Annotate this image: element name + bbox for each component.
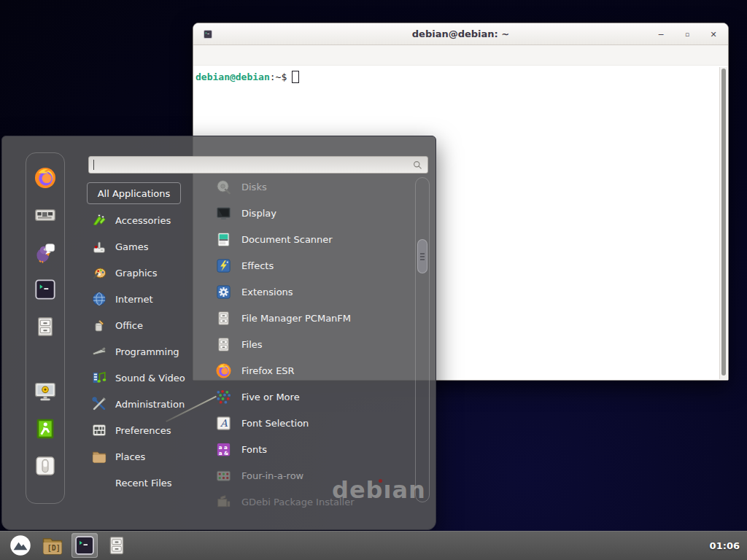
firefox-icon: [215, 362, 232, 379]
terminal-scrollbar[interactable]: [719, 67, 727, 379]
category-graphics[interactable]: Graphics: [88, 260, 205, 286]
desktop-folder-launcher[interactable]: [D]: [39, 533, 66, 558]
terminal-prompt: debian@debian:~$: [193, 66, 728, 83]
search-icon: [412, 160, 423, 171]
terminal-icon: [74, 534, 96, 556]
category-programming[interactable]: Programming: [88, 338, 205, 365]
pidgin-launcher[interactable]: [32, 239, 58, 265]
accessories-icon: [91, 212, 107, 228]
terminal-title: debian@debian: ~: [412, 28, 509, 39]
category-recent-files[interactable]: Recent Files: [88, 470, 205, 496]
firefox-icon: [34, 166, 57, 190]
office-icon: [91, 317, 107, 333]
search-input[interactable]: [94, 157, 412, 173]
shutdown-button[interactable]: [32, 453, 58, 479]
application-menu: debıan All Applications Accessories Game…: [1, 136, 436, 530]
app-extensions[interactable]: Extensions: [211, 279, 414, 305]
terminal-menubar: [193, 45, 728, 66]
category-internet[interactable]: Internet: [88, 286, 205, 312]
keyboard-app-launcher[interactable]: [32, 202, 58, 228]
internet-icon: [91, 291, 107, 307]
file-manager-launcher[interactable]: [32, 314, 58, 340]
terminal-icon: [34, 278, 57, 301]
extensions-icon: [215, 284, 232, 300]
places-icon: [91, 448, 107, 464]
menu-sidebar: [26, 152, 65, 504]
menu-edit[interactable]: [214, 52, 229, 58]
category-places[interactable]: Places: [88, 443, 205, 470]
app-firefox-esr[interactable]: Firefox ESR: [211, 357, 414, 384]
preferences-icon: [91, 422, 107, 438]
terminal-launcher[interactable]: [32, 276, 58, 303]
svg-text:[D]: [D]: [47, 544, 61, 552]
app-disks[interactable]: Disks: [211, 174, 414, 200]
lock-screen-button[interactable]: [32, 378, 58, 405]
terminal-window-icon: [203, 29, 213, 39]
file-cabinet-icon: [106, 534, 128, 556]
app-five-or-more[interactable]: Five or More: [211, 384, 414, 410]
programming-icon: [91, 343, 107, 359]
network-icon[interactable]: [670, 539, 684, 552]
files-launcher[interactable]: [104, 533, 130, 558]
app-document-scanner[interactable]: Document Scanner: [211, 226, 414, 252]
app-file-manager-pcmanfm[interactable]: File Manager PCManFM: [211, 305, 414, 331]
effects-icon: [215, 257, 232, 274]
menu-logo-icon: [9, 534, 31, 556]
menu-help[interactable]: [273, 52, 287, 58]
minimize-button[interactable]: −: [655, 28, 667, 40]
app-four-in-a-row[interactable]: Four-in-a-row: [211, 462, 414, 489]
file-cabinet-icon: [215, 336, 232, 353]
gdebi-icon: [215, 494, 232, 510]
category-list: Accessories Games Graphics Internet Offi…: [88, 207, 205, 496]
logout-icon: [34, 417, 57, 440]
menu-button[interactable]: [7, 533, 34, 558]
app-effects[interactable]: Effects: [211, 252, 414, 279]
five-or-more-icon: [215, 389, 232, 405]
terminal-scrollbar-thumb[interactable]: [721, 69, 726, 376]
app-files[interactable]: Files: [211, 331, 414, 357]
volume-icon[interactable]: [690, 539, 703, 552]
category-games[interactable]: Games: [88, 233, 205, 260]
file-cabinet-icon: [215, 310, 232, 327]
category-accessories[interactable]: Accessories: [88, 207, 205, 233]
administration-icon: [91, 396, 107, 412]
firefox-launcher[interactable]: [32, 165, 58, 191]
system-tray: 01:06: [670, 539, 740, 552]
fonts-icon: a aa &: [215, 441, 232, 458]
maximize-button[interactable]: ▫: [681, 28, 693, 40]
menu-search[interactable]: [244, 52, 258, 58]
lock-screen-icon: [34, 380, 57, 403]
app-gdebi-package-installer[interactable]: GDebi Package Installer: [211, 489, 414, 515]
svg-text:a &: a &: [219, 449, 229, 456]
disks-icon: [215, 179, 232, 195]
menu-view[interactable]: [229, 52, 244, 58]
terminal-titlebar[interactable]: debian@debian: ~ − ▫ ✕: [193, 23, 728, 45]
file-cabinet-icon: [34, 315, 57, 338]
font-selection-icon: A: [215, 415, 232, 432]
pidgin-icon: [34, 241, 57, 264]
prompt-user: debian@debian: [196, 71, 270, 82]
menu-terminal[interactable]: [258, 52, 273, 58]
category-sound-video[interactable]: Sound & Video: [88, 365, 205, 391]
app-list-scrollbar[interactable]: [415, 177, 430, 502]
svg-text:A: A: [220, 418, 228, 429]
app-list-scrollbar-thumb[interactable]: [417, 239, 427, 273]
category-office[interactable]: Office: [88, 312, 205, 338]
terminal-cursor: [292, 71, 299, 83]
menu-file[interactable]: [200, 52, 214, 58]
four-in-a-row-icon: [215, 467, 232, 484]
app-font-selection[interactable]: A Font Selection: [211, 410, 414, 436]
all-applications-button[interactable]: All Applications: [87, 182, 181, 204]
terminal-task-button[interactable]: [71, 533, 98, 558]
folder-d-icon: [D]: [42, 534, 63, 556]
document-scanner-icon: [215, 231, 232, 248]
category-administration[interactable]: Administration: [88, 391, 205, 417]
taskbar: [D] 01:06: [0, 531, 747, 560]
app-fonts[interactable]: a aa & Fonts: [211, 436, 414, 462]
clock[interactable]: 01:06: [710, 540, 740, 551]
sound-video-icon: [91, 370, 107, 386]
logout-button[interactable]: [32, 416, 58, 442]
category-preferences[interactable]: Preferences: [88, 417, 205, 443]
app-display[interactable]: Display: [211, 200, 414, 226]
close-button[interactable]: ✕: [708, 28, 719, 40]
